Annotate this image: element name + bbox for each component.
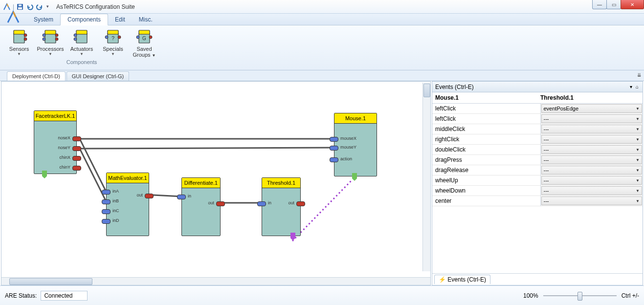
- svg-rect-23: [139, 30, 150, 34]
- panel-pin-icons[interactable]: ▾ ⌂: [630, 84, 640, 89]
- svg-point-9: [43, 34, 45, 37]
- svg-rect-18: [108, 30, 118, 34]
- flag-icon: [42, 171, 47, 178]
- actuators-label: Actuators: [70, 46, 93, 52]
- close-button[interactable]: ✕: [621, 0, 644, 9]
- port-in-action[interactable]: [330, 157, 338, 162]
- ribbon-tab-edit[interactable]: Edit: [108, 14, 132, 25]
- event-dropdown[interactable]: ---▼: [541, 125, 643, 133]
- port-out[interactable]: [296, 201, 305, 206]
- port-in[interactable]: [177, 195, 186, 199]
- canvas-pane[interactable]: FacetrackerLK.1 noseX noseY chinX chinY …: [1, 81, 431, 285]
- event-row: leftClick---▼: [432, 114, 643, 124]
- events-rows: leftClickeventPosEdge▼leftClick---▼middl…: [432, 104, 643, 206]
- minimize-button[interactable]: —: [592, 0, 607, 9]
- redo-icon[interactable]: [36, 3, 44, 11]
- ribbon-tab-components[interactable]: Components: [60, 14, 108, 25]
- component-title: Differentiate.1: [182, 178, 220, 188]
- event-label: dragPress: [432, 155, 541, 165]
- event-label: dragRelease: [432, 165, 541, 175]
- svg-point-10: [43, 38, 45, 41]
- chevron-down-icon: ▼: [636, 127, 640, 131]
- svg-point-11: [55, 34, 58, 37]
- status-value: Connected: [41, 291, 88, 301]
- port-in-d[interactable]: [102, 219, 111, 224]
- component-diff[interactable]: Differentiate.1 in out: [181, 177, 221, 236]
- component-title: Threshold.1: [262, 178, 300, 188]
- event-dropdown[interactable]: ---▼: [541, 155, 643, 164]
- svg-rect-7: [45, 33, 56, 43]
- port-in-b[interactable]: [102, 199, 111, 204]
- event-port-icon[interactable]: [290, 233, 295, 240]
- undo-icon[interactable]: [26, 3, 34, 11]
- svg-rect-4: [14, 30, 24, 34]
- event-row: dragRelease---▼: [432, 165, 643, 175]
- port-out-nosex[interactable]: [72, 136, 81, 141]
- events-column-headers: Mouse.1 Threshold.1: [432, 92, 643, 104]
- main-area: FacetrackerLK.1 noseX noseY chinX chinY …: [0, 81, 644, 285]
- event-dropdown[interactable]: ---▼: [541, 196, 643, 205]
- ribbon-group-components: Sensors ▼ Processors ▼ Actuators ▼ ? Spe…: [4, 27, 159, 70]
- chevron-down-icon: ▼: [636, 158, 640, 162]
- component-mouse[interactable]: Mouse.1 mouseX mouseY action: [334, 113, 377, 176]
- chevron-down-icon: ▼: [636, 137, 640, 142]
- ribbon-tab-misc[interactable]: Misc.: [132, 14, 159, 25]
- events-panel: Events (Ctrl-E) ▾ ⌂ Mouse.1 Threshold.1 …: [432, 81, 643, 285]
- event-label: doubleClick: [432, 145, 541, 154]
- chevron-down-icon: ▼: [636, 189, 640, 193]
- actuators-button[interactable]: Actuators ▼: [68, 27, 95, 58]
- port-out-chiny[interactable]: [72, 166, 81, 171]
- event-row: wheelUp---▼: [432, 175, 643, 186]
- component-facetracker[interactable]: FacetrackerLK.1 noseX noseY chinX chinY: [34, 110, 77, 174]
- port-out-chinx[interactable]: [72, 156, 81, 161]
- app-menu-button[interactable]: [5, 9, 22, 25]
- specials-button[interactable]: ? Specials ▼: [100, 27, 126, 58]
- dropdown-arrow-icon: ▼: [111, 52, 115, 56]
- event-dropdown[interactable]: ---▼: [541, 135, 643, 144]
- qat-dropdown-icon[interactable]: ▼: [45, 4, 49, 9]
- event-dropdown[interactable]: ---▼: [541, 145, 643, 154]
- port-out-nosey[interactable]: [72, 146, 81, 151]
- zoom-slider[interactable]: [543, 291, 617, 301]
- scrollbar-thumb[interactable]: [9, 278, 92, 285]
- event-row: doubleClick---▼: [432, 145, 643, 155]
- event-dropdown[interactable]: eventPosEdge▼: [541, 104, 643, 113]
- ribbon-tab-system[interactable]: System: [27, 14, 60, 25]
- saved-groups-button[interactable]: G Saved Groups ▼: [131, 27, 157, 58]
- event-dropdown[interactable]: ---▼: [541, 114, 643, 123]
- port-in[interactable]: [257, 201, 266, 206]
- event-dropdown[interactable]: ---▼: [541, 186, 643, 195]
- tab-deployment[interactable]: Deployment (Ctrl-D): [7, 71, 66, 81]
- tab-gui-designer[interactable]: GUI Designer (Ctrl-G): [67, 71, 129, 81]
- slider-knob[interactable]: [577, 292, 582, 301]
- svg-rect-2: [19, 4, 22, 6]
- event-port-icon[interactable]: [352, 173, 357, 181]
- vertical-scrollbar[interactable]: [422, 83, 430, 271]
- port-out[interactable]: [145, 194, 154, 198]
- port-out[interactable]: [216, 201, 225, 206]
- port-in-mousey[interactable]: [330, 146, 338, 151]
- events-bottom-tab[interactable]: ⚡ Events (Ctrl-E): [434, 275, 490, 284]
- component-title: MathEvaluator.1: [107, 173, 149, 183]
- tab-options-icon[interactable]: ⇊: [637, 72, 641, 78]
- maximize-button[interactable]: ▭: [606, 0, 621, 9]
- scrollbar-thumb[interactable]: [423, 84, 430, 97]
- dropdown-arrow-icon: ▼: [17, 52, 21, 56]
- event-label: center: [432, 196, 541, 206]
- port-in-c[interactable]: [102, 209, 111, 214]
- svg-rect-13: [76, 33, 87, 43]
- port-in-mousex[interactable]: [330, 137, 338, 142]
- chevron-down-icon: ▼: [636, 199, 640, 203]
- horizontal-scrollbar[interactable]: [1, 277, 430, 285]
- event-dropdown[interactable]: ---▼: [541, 176, 643, 185]
- event-label: leftClick: [432, 114, 541, 124]
- processors-button[interactable]: Processors ▼: [37, 27, 64, 58]
- port-in-a[interactable]: [102, 190, 111, 195]
- svg-point-15: [74, 34, 77, 37]
- component-math[interactable]: MathEvaluator.1 inA inB inC inD out: [106, 173, 149, 236]
- event-dropdown[interactable]: ---▼: [541, 166, 643, 174]
- component-threshold[interactable]: Threshold.1 in out: [262, 177, 301, 236]
- zoom-value: 100%: [523, 292, 538, 299]
- component-title: FacetrackerLK.1: [34, 111, 76, 121]
- sensors-button[interactable]: Sensors ▼: [6, 27, 32, 58]
